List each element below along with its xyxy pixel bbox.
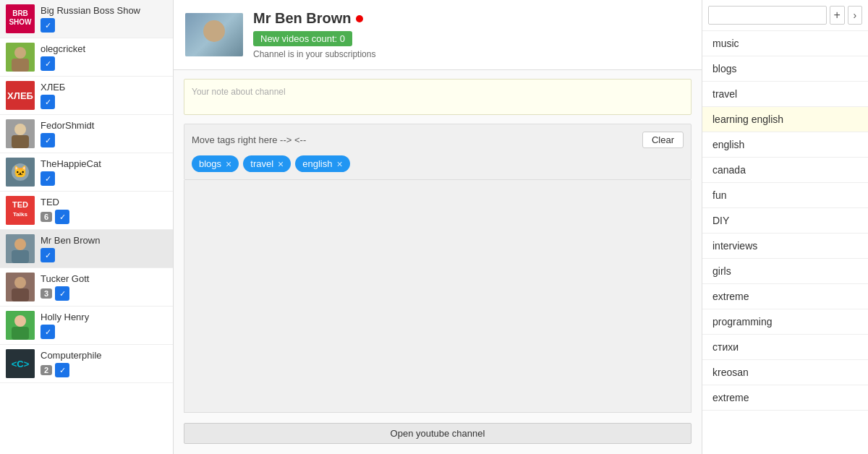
sidebar-item-computer[interactable]: <C>Computerphile2✓: [0, 345, 173, 383]
svg-text:🐱: 🐱: [13, 165, 27, 179]
sidebar-badges-olegcricket: ✓: [41, 56, 167, 71]
tag-label: english: [302, 158, 332, 169]
right-tag-item[interactable]: programming: [702, 309, 868, 335]
right-tag-item[interactable]: music: [702, 31, 868, 56]
sidebar-item-holly[interactable]: Holly Henry✓: [0, 307, 173, 345]
badge-count-ted: 6: [41, 212, 52, 222]
svg-text:BRB: BRB: [12, 9, 28, 17]
svg-point-4: [14, 47, 26, 59]
sidebar-name-xleb: ХЛЕБ: [41, 82, 167, 93]
right-panel: + › musicblogstravellearning englishengl…: [702, 0, 868, 454]
avatar-olegcricket: [6, 43, 35, 72]
avatar-fedor: [6, 119, 35, 148]
right-tag-item[interactable]: travel: [702, 82, 868, 107]
sidebar-item-mrben[interactable]: Mr Ben Brown✓: [0, 230, 173, 268]
right-panel-toolbar: + ›: [702, 0, 868, 31]
sidebar-name-olegcricket: olegcricket: [41, 43, 167, 54]
sidebar-badges-fedor: ✓: [41, 133, 167, 147]
badge-check-ted: ✓: [55, 210, 69, 224]
right-tag-item[interactable]: girls: [702, 259, 868, 284]
sidebar-name-happie: TheHappieCat: [41, 158, 167, 169]
sidebar-badges-computer: 2✓: [41, 363, 167, 377]
right-tag-item[interactable]: interviews: [702, 234, 868, 259]
sidebar-item-big-russian[interactable]: BRBSHOWBig Russian Boss Show✓: [0, 0, 173, 38]
badge-count-computer: 2: [41, 365, 52, 375]
right-tag-item[interactable]: стихи: [702, 335, 868, 360]
tags-header: Move tags right here --> <-- Clear: [192, 132, 684, 148]
svg-point-24: [14, 315, 26, 327]
right-tag-item[interactable]: english: [702, 132, 868, 158]
right-tag-item[interactable]: kreosan: [702, 360, 868, 385]
sidebar-item-fedor[interactable]: FedorShmidt✓: [0, 115, 173, 153]
tags-section: Move tags right here --> <-- Clear blogs…: [184, 124, 692, 180]
tag-search-input[interactable]: [708, 6, 827, 25]
svg-text:ХЛЕБ: ХЛЕБ: [7, 90, 33, 101]
avatar-holly: [6, 311, 35, 340]
sidebar-item-olegcricket[interactable]: olegcricket✓: [0, 38, 173, 77]
badge-check-fedor: ✓: [41, 133, 55, 147]
badge-check-computer: ✓: [55, 363, 69, 377]
new-videos-badge: New videos count: 0: [253, 31, 352, 46]
sidebar: BRBSHOWBig Russian Boss Show✓olegcricket…: [0, 0, 174, 454]
sidebar-info-computer: Computerphile2✓: [41, 350, 167, 377]
nav-right-button[interactable]: ›: [848, 6, 863, 25]
right-tag-item[interactable]: fun: [702, 183, 868, 208]
avatar-mrben: [6, 234, 35, 263]
sidebar-info-olegcricket: olegcricket✓: [41, 43, 167, 71]
sidebar-badges-ted: 6✓: [41, 210, 167, 224]
svg-point-18: [14, 239, 26, 250]
tag-remove-button[interactable]: ×: [278, 159, 284, 169]
sidebar-info-fedor: FedorShmidt✓: [41, 120, 167, 147]
sidebar-info-xleb: ХЛЕБ✓: [41, 82, 167, 109]
clear-tags-button[interactable]: Clear: [642, 132, 684, 148]
tags-drop-area: [184, 180, 692, 413]
channel-live-indicator: [356, 15, 363, 22]
svg-text:SHOW: SHOW: [9, 18, 32, 26]
active-tag-travel: travel×: [243, 155, 291, 172]
svg-text:TED: TED: [12, 200, 28, 209]
sidebar-name-ted: TED: [41, 197, 167, 207]
right-tag-item[interactable]: extreme: [702, 385, 868, 411]
note-placeholder: Your note about channel: [192, 87, 286, 97]
right-tag-item[interactable]: blogs: [702, 56, 868, 82]
avatar-computer: <C>: [6, 349, 35, 378]
channel-name: Mr Ben Brown: [253, 10, 352, 27]
add-tag-button[interactable]: +: [830, 6, 845, 25]
right-tag-item[interactable]: learning english: [702, 107, 868, 132]
active-tags-list: blogs×travel×english×: [192, 155, 684, 172]
channel-details: Mr Ben Brown New videos count: 0 Channel…: [253, 10, 690, 59]
svg-text:<C>: <C>: [12, 359, 30, 369]
sidebar-item-happie[interactable]: 🐱TheHappieCat✓: [0, 153, 173, 192]
main-content: Mr Ben Brown New videos count: 0 Channel…: [174, 0, 702, 454]
sidebar-info-happie: TheHappieCat✓: [41, 158, 167, 186]
right-tag-item[interactable]: extreme: [702, 284, 868, 309]
tag-label: blogs: [199, 158, 221, 169]
svg-point-9: [14, 124, 26, 135]
badge-count-tucker: 3: [41, 288, 52, 299]
tag-remove-button[interactable]: ×: [336, 159, 342, 169]
svg-rect-5: [12, 59, 29, 72]
sidebar-badges-big-russian: ✓: [41, 18, 167, 33]
open-youtube-channel-button[interactable]: Open youtube channel: [184, 423, 692, 444]
sidebar-badges-xleb: ✓: [41, 95, 167, 109]
tags-title: Move tags right here --> <--: [192, 134, 306, 145]
tag-list: musicblogstravellearning englishenglishc…: [702, 31, 868, 411]
right-tag-item[interactable]: DIY: [702, 208, 868, 234]
sidebar-name-big-russian: Big Russian Boss Show: [41, 5, 167, 16]
svg-rect-25: [12, 327, 29, 340]
sidebar-badges-holly: ✓: [41, 325, 167, 339]
tag-remove-button[interactable]: ×: [226, 159, 231, 169]
channel-note[interactable]: Your note about channel: [184, 79, 692, 115]
svg-point-21: [14, 277, 26, 288]
sidebar-item-xleb[interactable]: ХЛЕБХЛЕБ✓: [0, 77, 173, 115]
sidebar-info-big-russian: Big Russian Boss Show✓: [41, 5, 167, 33]
right-tag-item[interactable]: canada: [702, 158, 868, 183]
sidebar-item-tucker[interactable]: Tucker Gott3✓: [0, 268, 173, 307]
badge-check-happie: ✓: [41, 171, 55, 186]
sidebar-item-ted[interactable]: TEDTalksTED6✓: [0, 192, 173, 230]
sidebar-info-tucker: Tucker Gott3✓: [41, 273, 167, 301]
sidebar-info-mrben: Mr Ben Brown✓: [41, 235, 167, 262]
badge-check-tucker: ✓: [55, 286, 69, 301]
badge-check-xleb: ✓: [41, 95, 55, 109]
channel-thumbnail: [185, 13, 243, 56]
